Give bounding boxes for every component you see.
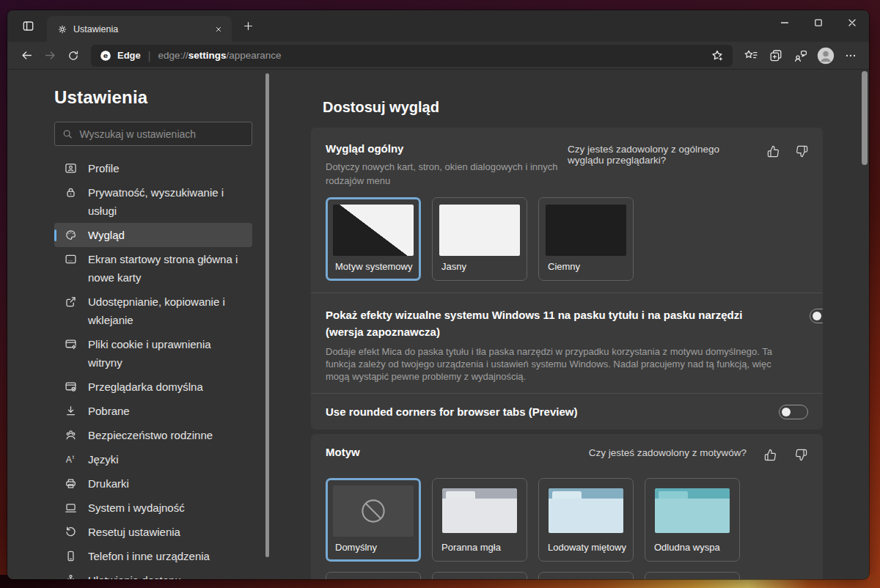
sidebar-item-share-copy-paste[interactable]: Udostępnianie, kopiowanie i wklejanie [54,290,252,332]
close-window-icon [848,18,857,27]
maximize-button[interactable] [802,10,835,35]
refresh-button[interactable] [62,45,85,67]
sidebar-item-family-safety[interactable]: Bezpieczeństwo rodzinne [54,423,252,447]
mode-option-system[interactable]: Motyw systemowy [326,197,421,281]
sidebar-item-downloads[interactable]: Pobrane [54,399,252,423]
address-bar[interactable]: e Edge | edge://settings/appearance [91,45,733,67]
sidebar-item-profile[interactable]: Profile [54,156,252,180]
mica-toggle[interactable] [810,309,823,323]
feedback-button[interactable] [788,45,813,67]
site-permissions-icon [65,338,77,350]
sidebar-item-label: Wygląd [88,226,125,244]
profile-button[interactable] [813,45,838,67]
add-favorite-icon [711,49,724,62]
sidebar-item-label: Telefon i inne urządzenia [88,547,210,565]
mode-option-light[interactable]: Jasny [432,197,527,281]
theme-preview [546,485,626,537]
thumbs-down-icon [796,145,808,158]
tab-actions-button[interactable] [16,16,40,37]
sidebar-item-label: Bezpieczeństwo rodzinne [88,426,213,444]
rounded-corners-toggle[interactable] [779,405,808,419]
sidebar-item-cookies-permissions[interactable]: Pliki cookie i uprawnienia witryny [54,332,252,375]
sidebar-item-label: Pobrane [88,402,130,420]
tab-close-button[interactable] [211,22,226,37]
tab-actions-icon [22,20,34,32]
main-scrollbar[interactable] [862,71,868,165]
tab-ustawienia[interactable]: Ustawienia [47,16,232,42]
add-favorite-button[interactable] [705,45,730,67]
edge-logo-icon: e [100,50,111,62]
theme-mock-window [442,488,517,533]
back-button[interactable] [15,45,38,67]
site-label: Edge [117,50,141,61]
minimize-button[interactable] [768,10,802,35]
close-button[interactable] [835,10,869,35]
more-button[interactable] [838,45,863,67]
sidebar-item-default-browser[interactable]: Przeglądarka domyślna [54,375,252,399]
svg-text:e: e [103,51,108,59]
sidebar-item-languages[interactable]: At Języki [54,447,252,471]
theme-option-icy-mint[interactable]: Lodowaty miętowy [538,478,634,562]
settings-search[interactable] [54,122,252,146]
mode-option-dark[interactable]: Ciemny [538,197,634,281]
theme-option[interactable] [326,572,421,579]
sidebar-item-label: Profile [88,159,120,177]
thumbs-down-button[interactable] [793,447,808,462]
sidebar-nav: Profile Prywatność, wyszukiwanie i usług… [54,156,252,579]
system-icon [65,501,77,514]
mica-toggle-description: Dodaje efekt Mica do paska tytułu i tła … [326,345,780,383]
url-text: edge://settings/appearance [158,50,281,61]
page-title: Dostosuj wygląd [323,99,869,116]
sidebar-item-system-performance[interactable]: System i wydajność [54,496,252,520]
sidebar-item-printers[interactable]: Drukarki [54,471,252,496]
mica-toggle-label: Pokaż efekty wizualne systemu Windows 11… [326,306,766,340]
theme-option[interactable] [538,572,634,579]
sidebar-item-start-page[interactable]: Ekran startowy strona główna i nowe kart… [54,247,252,290]
arrow-right-icon [44,49,56,62]
theme-option-morning-fog[interactable]: Poranna mgła [432,478,527,562]
theme-label: Domyślny [333,542,414,553]
theme-mock-tab [659,491,688,499]
sidebar-scrollbar[interactable] [265,73,269,557]
thumbs-down-icon [795,449,807,461]
sidebar-item-privacy[interactable]: Prywatność, wyszukiwanie i usługi [54,180,252,223]
feedback-icon [793,48,808,63]
theme-label: Lodowaty miętowy [546,542,626,553]
sidebar-item-phone-devices[interactable]: Telefon i inne urządzenia [54,544,252,568]
start-page-icon [65,253,77,265]
forward-button[interactable] [38,45,62,67]
settings-page: Ustawienia Profile Prywatność, wyszukiwa… [7,70,869,579]
sidebar-item-label: System i wydajność [88,499,185,517]
new-tab-button[interactable] [236,16,260,37]
tab-title: Ustawienia [73,24,205,34]
browser-window: Ustawienia [7,10,869,579]
profile-card-icon [65,162,77,174]
sidebar-item-label: Ułatwienia dostępu [88,571,181,579]
tab-strip: Ustawienia [7,10,869,42]
sidebar-item-label: Ekran startowy strona główna i nowe kart… [88,250,246,287]
sidebar-item-label: Udostępnianie, kopiowanie i wklejanie [88,293,246,329]
sidebar-item-accessibility[interactable]: Ułatwienia dostępu [54,568,252,579]
thumbs-up-button[interactable] [763,447,777,462]
favorites-button[interactable] [738,45,763,67]
theme-option[interactable] [645,572,740,579]
collections-button[interactable] [763,45,788,67]
thumbs-up-icon [764,449,777,461]
sidebar-item-reset-settings[interactable]: Resetuj ustawienia [54,520,252,544]
feedback-question: Czy jesteś zadowolony z ogólnego wyglądu… [568,144,751,166]
family-icon [65,429,77,441]
section-description-general: Dotyczy nowych kart, stron, okien dialog… [326,160,568,188]
mode-preview-system [333,205,414,256]
accessibility-icon [65,574,77,579]
thumbs-up-button[interactable] [767,144,780,158]
theme-option-default[interactable]: Domyślny [326,478,421,562]
theme-option[interactable] [432,572,527,579]
download-icon [65,405,77,417]
thumbs-down-button[interactable] [796,144,808,158]
mode-label: Motyw systemowy [333,261,414,272]
search-input[interactable] [79,128,244,140]
sidebar-item-appearance[interactable]: Wygląd [54,223,252,247]
search-icon [62,128,73,140]
theme-option-desert-island[interactable]: Odludna wyspa [645,478,740,562]
sidebar-item-label: Drukarki [88,474,129,493]
